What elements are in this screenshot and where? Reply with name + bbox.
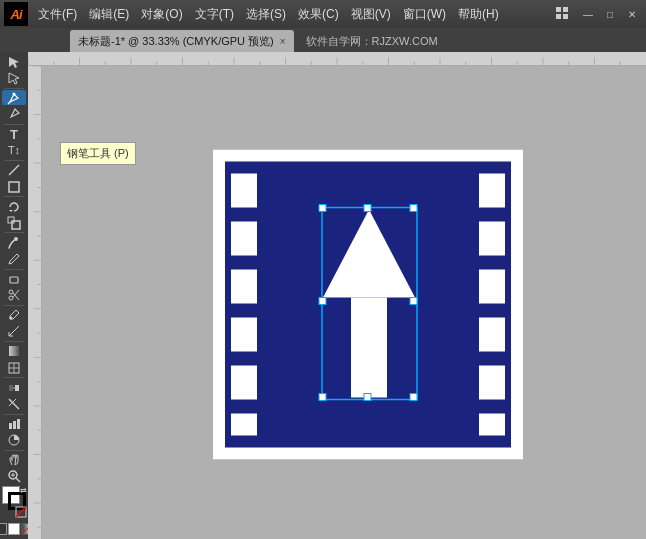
svg-point-13 xyxy=(14,237,18,241)
menu-window[interactable]: 窗口(W) xyxy=(397,4,452,25)
menu-object[interactable]: 对象(O) xyxy=(135,4,188,25)
eyedropper-tool[interactable] xyxy=(2,308,26,323)
bw-reset-area xyxy=(0,523,28,535)
gradient-swatch[interactable] xyxy=(21,523,28,535)
ruler-top xyxy=(28,52,646,66)
svg-rect-14 xyxy=(10,277,18,283)
svg-line-8 xyxy=(9,165,19,175)
slice-tool[interactable] xyxy=(2,396,26,411)
selection-tool[interactable] xyxy=(2,54,26,69)
menu-view[interactable]: 视图(V) xyxy=(345,4,397,25)
svg-rect-11 xyxy=(8,217,14,223)
svg-rect-102 xyxy=(479,365,505,399)
black-swatch[interactable] xyxy=(0,523,7,535)
active-tab[interactable]: 未标题-1* @ 33.33% (CMYK/GPU 预览) × xyxy=(70,30,294,52)
svg-rect-95 xyxy=(231,317,257,351)
grid-icon[interactable] xyxy=(552,3,574,25)
minimize-button[interactable]: — xyxy=(578,4,598,24)
measure-tool[interactable] xyxy=(2,324,26,339)
swap-icon[interactable]: ⇄ xyxy=(20,486,27,495)
svg-line-41 xyxy=(16,507,26,517)
svg-rect-34 xyxy=(17,419,20,429)
menu-help[interactable]: 帮助(H) xyxy=(452,4,505,25)
svg-rect-101 xyxy=(479,317,505,351)
canvas-area: 钢笔工具 (P) xyxy=(28,52,646,539)
svg-rect-111 xyxy=(410,393,417,400)
rect-tool[interactable] xyxy=(2,179,26,194)
pen-tool-tooltip: 钢笔工具 (P) xyxy=(60,142,136,165)
svg-point-19 xyxy=(10,317,13,320)
gradient-tool[interactable] xyxy=(2,344,26,359)
line-tool[interactable] xyxy=(2,163,26,178)
app-logo: Ai xyxy=(4,2,28,26)
svg-rect-3 xyxy=(563,14,568,19)
svg-marker-5 xyxy=(9,73,19,84)
type-tool[interactable]: T xyxy=(2,126,26,141)
window-controls: — □ ✕ xyxy=(578,4,642,24)
svg-rect-69 xyxy=(28,66,41,539)
direct-selection-tool[interactable] xyxy=(2,70,26,85)
pen-alt-tool[interactable] xyxy=(2,106,26,121)
menu-text[interactable]: 文字(T) xyxy=(189,4,240,25)
svg-point-15 xyxy=(9,290,13,294)
zoom-tool[interactable] xyxy=(2,469,26,484)
svg-rect-103 xyxy=(479,413,505,435)
mesh-tool[interactable] xyxy=(2,360,26,375)
svg-rect-27 xyxy=(9,385,13,391)
svg-rect-112 xyxy=(364,393,371,400)
svg-line-20 xyxy=(9,326,19,336)
svg-rect-113 xyxy=(319,393,326,400)
white-swatch[interactable] xyxy=(8,523,20,535)
pencil-tool[interactable] xyxy=(2,251,26,266)
hand-tool[interactable] xyxy=(2,452,26,467)
svg-rect-97 xyxy=(231,413,257,435)
svg-rect-114 xyxy=(319,297,326,304)
toolbar-divider-6 xyxy=(4,269,24,270)
active-tab-label: 未标题-1* @ 33.33% (CMYK/GPU 预览) xyxy=(78,34,274,49)
menu-effect[interactable]: 效果(C) xyxy=(292,4,345,25)
brush-tool[interactable] xyxy=(2,235,26,250)
sign-container xyxy=(213,149,523,462)
blend-tool[interactable] xyxy=(2,380,26,395)
svg-rect-33 xyxy=(13,421,16,429)
tab-close-button[interactable]: × xyxy=(280,36,286,47)
svg-rect-109 xyxy=(410,204,417,211)
eraser-tool[interactable] xyxy=(2,271,26,286)
menu-edit[interactable]: 编辑(E) xyxy=(83,4,135,25)
rotate-tool[interactable] xyxy=(2,199,26,214)
scissors-tool[interactable] xyxy=(2,288,26,303)
svg-rect-96 xyxy=(231,365,257,399)
road-sign-svg xyxy=(213,149,523,459)
svg-point-6 xyxy=(13,92,16,95)
main-area: T T↕ xyxy=(0,52,646,539)
chart-tool[interactable] xyxy=(2,432,26,447)
menu-file[interactable]: 文件(F) xyxy=(32,4,83,25)
toolbar-divider-7 xyxy=(4,305,24,306)
svg-rect-107 xyxy=(319,204,326,211)
svg-point-16 xyxy=(9,296,13,300)
svg-rect-93 xyxy=(231,221,257,255)
svg-rect-32 xyxy=(9,423,12,429)
pen-tool[interactable] xyxy=(2,90,26,105)
toolbar-divider-4 xyxy=(4,196,24,197)
scale-tool[interactable] xyxy=(2,215,26,230)
maximize-button[interactable]: □ xyxy=(600,4,620,24)
toolbar-divider-10 xyxy=(4,414,24,415)
chart-bar-tool[interactable] xyxy=(2,416,26,431)
type-vertical-tool[interactable]: T↕ xyxy=(2,143,26,158)
none-icon[interactable] xyxy=(15,506,27,518)
toolbar-divider-5 xyxy=(4,232,24,233)
svg-rect-23 xyxy=(9,346,19,356)
svg-line-7 xyxy=(8,102,10,104)
svg-rect-12 xyxy=(12,221,20,229)
svg-rect-28 xyxy=(15,385,19,391)
svg-rect-104 xyxy=(351,297,387,397)
tab-bar: 未标题-1* @ 33.33% (CMYK/GPU 预览) × 软件自学网：RJ… xyxy=(0,28,646,52)
svg-marker-10 xyxy=(9,210,13,212)
svg-rect-2 xyxy=(556,14,561,19)
menu-select[interactable]: 选择(S) xyxy=(240,4,292,25)
toolbar-divider-9 xyxy=(4,377,24,378)
close-button[interactable]: ✕ xyxy=(622,4,642,24)
svg-rect-99 xyxy=(479,221,505,255)
toolbar-divider-3 xyxy=(4,160,24,161)
